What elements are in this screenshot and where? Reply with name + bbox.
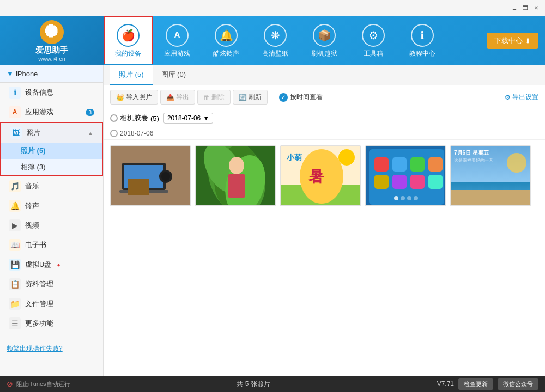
nav-label-ringtone: 酷炫铃声: [213, 49, 239, 58]
apps-label: 应用游戏: [25, 107, 53, 117]
ebook-label: 电子书: [25, 240, 46, 250]
minimize-button[interactable]: 🗕: [510, 4, 519, 13]
nav-icon-jailbreak: 📦: [313, 24, 336, 47]
delete-icon: 🗑: [203, 94, 210, 101]
nav-items: 🍎 我的设备 A 应用游戏 🔔 酷炫铃声 ❋ 高清壁纸 📦 刷机越狱 ⚙ 工具箱…: [104, 16, 487, 65]
svg-point-33: [414, 196, 418, 200]
svg-rect-13: [228, 174, 245, 198]
refresh-button[interactable]: 🔄 刷新: [233, 90, 268, 105]
sidebar: ▼ iPhone ℹ 设备信息 A 应用游戏 3 🖼 照片 ▲ 照片 (: [0, 65, 104, 376]
nav-icon-tools: ⚙: [362, 24, 385, 47]
svg-text:7月6日 星期五: 7月6日 星期五: [454, 150, 489, 156]
export-settings-button[interactable]: ⚙ 导出设置: [505, 93, 538, 102]
sidebar-item-udisk[interactable]: 💾 虚拟U盘 ●: [0, 255, 103, 274]
header: 🅤 爱思助手 www.i4.cn 🍎 我的设备 A 应用游戏 🔔 酷炫铃声 ❋ …: [0, 16, 545, 65]
check-update-button[interactable]: 检查更新: [458, 378, 493, 390]
nav-item-my-device[interactable]: 🍎 我的设备: [104, 16, 153, 65]
logo-icon: 🅤: [40, 20, 64, 44]
camera-roll-radio[interactable]: 相机胶卷 (5): [110, 113, 159, 123]
close-button[interactable]: ✕: [532, 4, 541, 13]
filter-bar: 相机胶卷 (5) 2018-07-06 ▼: [104, 109, 545, 127]
photo-item-4[interactable]: [365, 145, 446, 206]
nav-label-wallpaper: 高清壁纸: [262, 49, 288, 58]
import-photos-button[interactable]: 👑 导入照片: [110, 90, 158, 105]
stop-itunes-label[interactable]: 阻止iTunes自动运行: [16, 380, 70, 388]
titlebar: 🗕 🗖 ✕: [0, 0, 545, 16]
toolbar: 👑 导入照片 📤 导出 🗑 删除 🔄 刷新 ✓ 按时间查看: [104, 85, 545, 109]
delete-label: 删除: [211, 93, 225, 102]
download-label: 下载中心: [494, 36, 523, 46]
nav-item-wallpaper[interactable]: ❋ 高清壁纸: [251, 16, 300, 65]
sidebar-item-apps[interactable]: A 应用游戏 3: [0, 102, 103, 122]
sidebar-item-device-info[interactable]: ℹ 设备信息: [0, 83, 103, 102]
sidebar-sub-item-albums[interactable]: 相簿 (3): [1, 159, 102, 175]
header-right: 下载中心 ⬇: [487, 33, 538, 49]
nav-item-tutorial[interactable]: ℹ 教程中心: [398, 16, 447, 65]
svg-rect-25: [428, 157, 443, 171]
svg-point-32: [407, 196, 411, 200]
tab-gallery[interactable]: 图库 (0): [153, 65, 195, 85]
delete-button[interactable]: 🗑 删除: [197, 90, 231, 105]
sidebar-item-music[interactable]: 🎵 音乐: [0, 176, 103, 196]
photos-expand-icon: ▲: [88, 130, 93, 136]
tab-photos[interactable]: 照片 (5): [110, 65, 153, 85]
photo-content-5: 7月6日 星期五 这是幸福美好的一天: [451, 146, 530, 205]
sidebar-item-file-mgr[interactable]: 📁 文件管理: [0, 294, 103, 314]
nav-icon-my-device: 🍎: [117, 24, 140, 47]
svg-point-19: [338, 149, 355, 166]
photo-grid: 暑 小萌: [104, 140, 545, 376]
photos-label: 照片: [26, 128, 40, 138]
svg-text:小萌: 小萌: [286, 153, 302, 162]
date-section: 2018-07-06: [104, 127, 545, 140]
wechat-button[interactable]: 微信公众号: [498, 378, 538, 390]
collapse-arrow-icon: ▼: [7, 70, 14, 78]
photo-item-3[interactable]: 暑 小萌: [280, 145, 361, 206]
more-icon: ☰: [9, 317, 21, 329]
photo-item-2[interactable]: [195, 145, 276, 206]
export-button[interactable]: 📤 导出: [160, 90, 195, 105]
sidebar-sub-item-photos[interactable]: 照片 (5): [1, 143, 102, 159]
sidebar-item-ebook[interactable]: 📖 电子书: [0, 235, 103, 255]
data-mgr-icon: 📋: [9, 278, 21, 290]
sidebar-item-ringtone[interactable]: 🔔 铃声: [0, 196, 103, 216]
refresh-icon: 🔄: [239, 94, 247, 101]
svg-point-6: [161, 172, 170, 181]
photo-svg-1: [111, 146, 190, 205]
device-info-icon: ℹ: [9, 87, 21, 99]
video-label: 视频: [25, 220, 39, 230]
time-view-check[interactable]: ✓ 按时间查看: [279, 93, 323, 102]
content-tabs: 照片 (5) 图库 (0): [104, 65, 545, 85]
sidebar-item-video[interactable]: ▶ 视频: [0, 216, 103, 235]
svg-rect-23: [392, 157, 407, 171]
photo-item-1[interactable]: [110, 145, 191, 206]
file-mgr-icon: 📁: [9, 298, 21, 310]
nav-item-jailbreak[interactable]: 📦 刷机越狱: [300, 16, 349, 65]
version-label: V7.71: [437, 380, 454, 388]
svg-rect-36: [451, 190, 530, 205]
photo-svg-4: [366, 146, 445, 205]
svg-text:暑: 暑: [308, 168, 324, 185]
video-icon: ▶: [9, 219, 21, 231]
apps-icon: A: [9, 106, 21, 118]
download-button[interactable]: 下载中心 ⬇: [487, 33, 538, 49]
date-radio-icon: [110, 130, 118, 137]
albums-sub-label: 相簿 (3): [21, 162, 46, 172]
import-icon: 👑: [116, 94, 124, 101]
trouble-button[interactable]: 频繁出现操作失败?: [7, 344, 63, 353]
svg-text:这是幸福美好的一天: 这是幸福美好的一天: [454, 158, 493, 163]
svg-rect-24: [410, 157, 425, 171]
photos-sub-label: 照片 (5): [21, 146, 46, 156]
date-select[interactable]: 2018-07-06 ▼: [164, 113, 213, 124]
nav-item-apps[interactable]: A 应用游戏: [153, 16, 202, 65]
svg-rect-27: [392, 175, 407, 189]
sidebar-item-more[interactable]: ☰ 更多功能: [0, 314, 103, 333]
photo-item-5[interactable]: 7月6日 星期五 这是幸福美好的一天: [450, 145, 531, 206]
time-view-label: 按时间查看: [290, 93, 323, 102]
nav-item-tools[interactable]: ⚙ 工具箱: [349, 16, 398, 65]
nav-item-ringtone[interactable]: 🔔 酷炫铃声: [202, 16, 251, 65]
maximize-button[interactable]: 🗖: [521, 4, 530, 13]
sidebar-item-data-mgr[interactable]: 📋 资料管理: [0, 274, 103, 294]
apps-badge: 3: [86, 109, 94, 116]
music-label: 音乐: [25, 181, 39, 191]
sidebar-item-photos[interactable]: 🖼 照片 ▲: [1, 123, 102, 143]
